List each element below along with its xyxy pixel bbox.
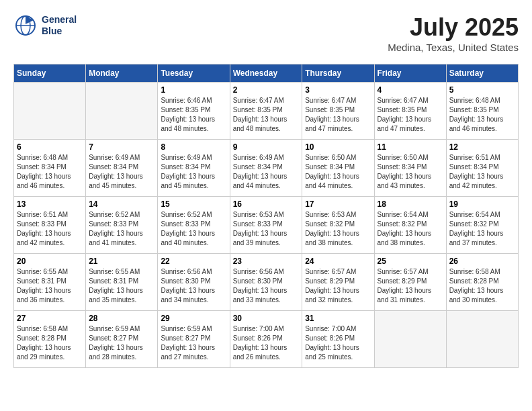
calendar-header: SundayMondayTuesdayWednesdayThursdayFrid… xyxy=(14,64,519,83)
day-number: 11 xyxy=(378,142,443,152)
month-year: July 2025 xyxy=(388,13,519,42)
calendar-day-cell: 19Sunrise: 6:54 AM Sunset: 8:32 PM Dayli… xyxy=(446,197,518,254)
day-number: 31 xyxy=(305,314,371,323)
calendar-week-row: 13Sunrise: 6:51 AM Sunset: 8:33 PM Dayli… xyxy=(14,197,519,254)
calendar-day-cell: 22Sunrise: 6:56 AM Sunset: 8:30 PM Dayli… xyxy=(158,254,230,311)
calendar-day-cell: 14Sunrise: 6:52 AM Sunset: 8:33 PM Dayli… xyxy=(86,197,158,254)
calendar-day-cell: 1Sunrise: 6:46 AM Sunset: 8:35 PM Daylig… xyxy=(158,83,230,140)
calendar-day-cell: 20Sunrise: 6:55 AM Sunset: 8:31 PM Dayli… xyxy=(14,254,86,311)
calendar-day-cell: 15Sunrise: 6:52 AM Sunset: 8:33 PM Dayli… xyxy=(158,197,230,254)
calendar-day-cell xyxy=(446,311,518,368)
day-info: Sunrise: 7:00 AM Sunset: 8:26 PM Dayligh… xyxy=(233,324,300,362)
calendar-day-cell: 13Sunrise: 6:51 AM Sunset: 8:33 PM Dayli… xyxy=(14,197,86,254)
day-info: Sunrise: 6:58 AM Sunset: 8:28 PM Dayligh… xyxy=(449,267,515,305)
calendar-day-cell: 23Sunrise: 6:56 AM Sunset: 8:30 PM Dayli… xyxy=(230,254,302,311)
day-info: Sunrise: 6:49 AM Sunset: 8:34 PM Dayligh… xyxy=(161,153,226,191)
calendar-day-cell: 25Sunrise: 6:57 AM Sunset: 8:29 PM Dayli… xyxy=(374,254,446,311)
calendar-day-cell: 12Sunrise: 6:51 AM Sunset: 8:34 PM Dayli… xyxy=(446,140,518,197)
calendar-day-cell: 21Sunrise: 6:55 AM Sunset: 8:31 PM Dayli… xyxy=(86,254,158,311)
day-number: 19 xyxy=(449,199,515,209)
day-number: 16 xyxy=(233,199,300,209)
calendar-week-row: 20Sunrise: 6:55 AM Sunset: 8:31 PM Dayli… xyxy=(14,254,519,311)
day-number: 28 xyxy=(89,314,154,323)
location: Medina, Texas, United States xyxy=(388,42,519,53)
day-info: Sunrise: 6:50 AM Sunset: 8:34 PM Dayligh… xyxy=(305,153,371,191)
logo-text: General Blue xyxy=(42,14,77,37)
day-info: Sunrise: 6:56 AM Sunset: 8:30 PM Dayligh… xyxy=(233,267,300,305)
calendar-day-cell: 26Sunrise: 6:58 AM Sunset: 8:28 PM Dayli… xyxy=(446,254,518,311)
title-block: July 2025 Medina, Texas, United States xyxy=(388,13,519,53)
day-number: 29 xyxy=(161,314,226,323)
calendar-week-row: 27Sunrise: 6:58 AM Sunset: 8:28 PM Dayli… xyxy=(14,311,519,368)
day-number: 24 xyxy=(305,257,371,266)
calendar-day-cell: 8Sunrise: 6:49 AM Sunset: 8:34 PM Daylig… xyxy=(158,140,230,197)
day-number: 2 xyxy=(233,85,300,95)
day-number: 27 xyxy=(17,314,83,323)
calendar-day-cell: 27Sunrise: 6:58 AM Sunset: 8:28 PM Dayli… xyxy=(14,311,86,368)
calendar-day-cell: 30Sunrise: 7:00 AM Sunset: 8:26 PM Dayli… xyxy=(230,311,302,368)
day-number: 1 xyxy=(161,85,226,95)
calendar-day-cell: 5Sunrise: 6:48 AM Sunset: 8:35 PM Daylig… xyxy=(446,83,518,140)
calendar-day-cell: 9Sunrise: 6:49 AM Sunset: 8:34 PM Daylig… xyxy=(230,140,302,197)
day-number: 13 xyxy=(17,199,83,209)
day-number: 8 xyxy=(161,142,226,152)
day-info: Sunrise: 6:51 AM Sunset: 8:33 PM Dayligh… xyxy=(17,210,83,248)
day-number: 5 xyxy=(449,85,515,95)
day-number: 18 xyxy=(378,199,443,209)
calendar-week-row: 1Sunrise: 6:46 AM Sunset: 8:35 PM Daylig… xyxy=(14,83,519,140)
calendar-day-cell: 29Sunrise: 6:59 AM Sunset: 8:27 PM Dayli… xyxy=(158,311,230,368)
day-number: 22 xyxy=(161,257,226,266)
day-of-week-header: Sunday xyxy=(14,64,86,83)
calendar-day-cell xyxy=(14,83,86,140)
day-number: 15 xyxy=(161,199,226,209)
day-number: 10 xyxy=(305,142,371,152)
day-info: Sunrise: 7:00 AM Sunset: 8:26 PM Dayligh… xyxy=(305,324,371,362)
calendar-day-cell xyxy=(86,83,158,140)
day-info: Sunrise: 6:59 AM Sunset: 8:27 PM Dayligh… xyxy=(161,324,226,362)
day-info: Sunrise: 6:53 AM Sunset: 8:32 PM Dayligh… xyxy=(305,210,371,248)
calendar-day-cell: 11Sunrise: 6:50 AM Sunset: 8:34 PM Dayli… xyxy=(374,140,446,197)
page-header: General Blue July 2025 Medina, Texas, Un… xyxy=(13,13,519,53)
day-info: Sunrise: 6:54 AM Sunset: 8:32 PM Dayligh… xyxy=(449,210,515,248)
day-info: Sunrise: 6:57 AM Sunset: 8:29 PM Dayligh… xyxy=(378,267,443,305)
calendar-day-cell: 18Sunrise: 6:54 AM Sunset: 8:32 PM Dayli… xyxy=(374,197,446,254)
day-number: 7 xyxy=(89,142,154,152)
day-info: Sunrise: 6:48 AM Sunset: 8:35 PM Dayligh… xyxy=(449,96,515,134)
day-info: Sunrise: 6:51 AM Sunset: 8:34 PM Dayligh… xyxy=(449,153,515,191)
day-of-week-header: Tuesday xyxy=(158,64,230,83)
calendar-day-cell: 4Sunrise: 6:47 AM Sunset: 8:35 PM Daylig… xyxy=(374,83,446,140)
calendar-day-cell xyxy=(374,311,446,368)
calendar-day-cell: 3Sunrise: 6:47 AM Sunset: 8:35 PM Daylig… xyxy=(302,83,374,140)
day-number: 26 xyxy=(449,257,515,266)
day-info: Sunrise: 6:59 AM Sunset: 8:27 PM Dayligh… xyxy=(89,324,154,362)
calendar-day-cell: 31Sunrise: 7:00 AM Sunset: 8:26 PM Dayli… xyxy=(302,311,374,368)
day-info: Sunrise: 6:53 AM Sunset: 8:33 PM Dayligh… xyxy=(233,210,300,248)
days-of-week-row: SundayMondayTuesdayWednesdayThursdayFrid… xyxy=(14,64,519,83)
logo-line2: Blue xyxy=(42,26,77,37)
day-info: Sunrise: 6:48 AM Sunset: 8:34 PM Dayligh… xyxy=(17,153,83,191)
day-info: Sunrise: 6:58 AM Sunset: 8:28 PM Dayligh… xyxy=(17,324,83,362)
day-number: 12 xyxy=(449,142,515,152)
day-number: 14 xyxy=(89,199,154,209)
day-info: Sunrise: 6:55 AM Sunset: 8:31 PM Dayligh… xyxy=(17,267,83,305)
day-number: 25 xyxy=(378,257,443,266)
day-info: Sunrise: 6:49 AM Sunset: 8:34 PM Dayligh… xyxy=(89,153,154,191)
logo-line1: General xyxy=(42,14,77,26)
day-info: Sunrise: 6:47 AM Sunset: 8:35 PM Dayligh… xyxy=(378,96,443,134)
day-number: 3 xyxy=(305,85,371,95)
day-info: Sunrise: 6:52 AM Sunset: 8:33 PM Dayligh… xyxy=(89,210,154,248)
day-number: 4 xyxy=(378,85,443,95)
logo-icon xyxy=(13,13,38,38)
day-info: Sunrise: 6:54 AM Sunset: 8:32 PM Dayligh… xyxy=(378,210,443,248)
day-of-week-header: Thursday xyxy=(302,64,374,83)
day-number: 20 xyxy=(17,257,83,266)
calendar-body: 1Sunrise: 6:46 AM Sunset: 8:35 PM Daylig… xyxy=(14,83,519,368)
calendar-day-cell: 6Sunrise: 6:48 AM Sunset: 8:34 PM Daylig… xyxy=(14,140,86,197)
day-of-week-header: Saturday xyxy=(446,64,518,83)
day-info: Sunrise: 6:46 AM Sunset: 8:35 PM Dayligh… xyxy=(161,96,226,134)
day-of-week-header: Friday xyxy=(374,64,446,83)
day-of-week-header: Wednesday xyxy=(230,64,302,83)
logo: General Blue xyxy=(13,13,77,38)
day-info: Sunrise: 6:56 AM Sunset: 8:30 PM Dayligh… xyxy=(161,267,226,305)
calendar-week-row: 6Sunrise: 6:48 AM Sunset: 8:34 PM Daylig… xyxy=(14,140,519,197)
